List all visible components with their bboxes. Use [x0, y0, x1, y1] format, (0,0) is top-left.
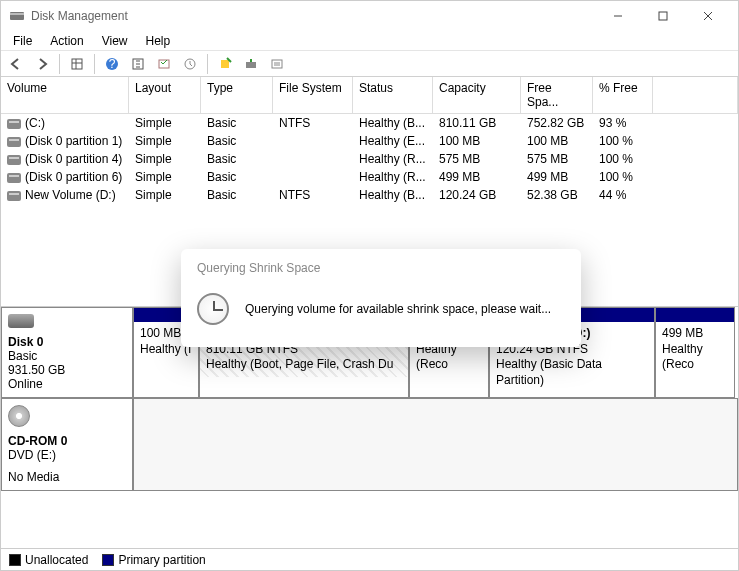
title-bar: Disk Management: [1, 1, 738, 31]
col-pct[interactable]: % Free: [593, 77, 653, 113]
menu-file[interactable]: File: [5, 32, 40, 50]
svg-rect-19: [272, 60, 282, 68]
volume-icon: [7, 119, 21, 129]
shrink-dialog: Querying Shrink Space Querying volume fo…: [181, 249, 581, 347]
col-pad: [653, 77, 738, 113]
disk-label: Disk 0: [8, 335, 126, 349]
disk-state: Online: [8, 377, 126, 391]
menu-action[interactable]: Action: [42, 32, 91, 50]
disk-info-cdrom[interactable]: CD-ROM 0 DVD (E:) No Media: [1, 398, 133, 491]
toolbar-separator: [207, 54, 208, 74]
app-icon: [9, 8, 25, 24]
legend-primary: Primary partition: [102, 553, 205, 567]
svg-rect-3: [659, 12, 667, 20]
svg-rect-18: [246, 62, 256, 68]
col-type[interactable]: Type: [201, 77, 273, 113]
volume-row[interactable]: (Disk 0 partition 1)SimpleBasicHealthy (…: [1, 132, 738, 150]
volume-icon: [7, 191, 21, 201]
create-button[interactable]: [214, 53, 236, 75]
volume-list-header: Volume Layout Type File System Status Ca…: [1, 77, 738, 114]
menu-help[interactable]: Help: [138, 32, 179, 50]
volume-row[interactable]: (Disk 0 partition 4)SimpleBasicHealthy (…: [1, 150, 738, 168]
dialog-title: Querying Shrink Space: [181, 249, 581, 285]
window-title: Disk Management: [31, 9, 595, 23]
toolbar-separator: [59, 54, 60, 74]
svg-rect-15: [159, 60, 169, 68]
legend-unallocated: Unallocated: [9, 553, 88, 567]
volume-row[interactable]: (C:)SimpleBasicNTFSHealthy (B...810.11 G…: [1, 114, 738, 132]
disk-kind: Basic: [8, 349, 126, 363]
volume-row[interactable]: (Disk 0 partition 6)SimpleBasicHealthy (…: [1, 168, 738, 186]
col-volume[interactable]: Volume: [1, 77, 129, 113]
settings-button[interactable]: [127, 53, 149, 75]
close-button[interactable]: [685, 1, 730, 31]
legend: Unallocated Primary partition: [1, 548, 738, 570]
disk-size: 931.50 GB: [8, 363, 126, 377]
cdrom-state: No Media: [8, 470, 126, 484]
cdrom-track[interactable]: [133, 398, 738, 491]
svg-text:?: ?: [109, 57, 116, 71]
partition[interactable]: 499 MBHealthy (Reco: [655, 307, 735, 398]
col-status[interactable]: Status: [353, 77, 433, 113]
menu-view[interactable]: View: [94, 32, 136, 50]
maximize-button[interactable]: [640, 1, 685, 31]
forward-button[interactable]: [31, 53, 53, 75]
toolbar-separator: [94, 54, 95, 74]
menu-bar: File Action View Help: [1, 31, 738, 51]
dialog-message: Querying volume for available shrink spa…: [245, 302, 551, 316]
action-button[interactable]: [179, 53, 201, 75]
col-free[interactable]: Free Spa...: [521, 77, 593, 113]
cdrom-label: CD-ROM 0: [8, 434, 126, 448]
properties-button[interactable]: [266, 53, 288, 75]
attach-button[interactable]: [240, 53, 262, 75]
clock-icon: [197, 293, 229, 325]
back-button[interactable]: [5, 53, 27, 75]
col-capacity[interactable]: Capacity: [433, 77, 521, 113]
volume-row[interactable]: New Volume (D:)SimpleBasicNTFSHealthy (B…: [1, 186, 738, 204]
toolbar: ?: [1, 51, 738, 77]
volume-icon: [7, 173, 21, 183]
svg-rect-17: [221, 60, 229, 68]
cdrom-icon: [8, 405, 30, 427]
minimize-button[interactable]: [595, 1, 640, 31]
disk-row-cdrom: CD-ROM 0 DVD (E:) No Media: [1, 398, 738, 491]
disk-icon: [8, 314, 34, 328]
refresh-button[interactable]: [153, 53, 175, 75]
svg-rect-1: [10, 13, 24, 15]
cdrom-kind: DVD (E:): [8, 448, 126, 462]
svg-rect-6: [72, 59, 82, 69]
volume-icon: [7, 155, 21, 165]
help-button[interactable]: ?: [101, 53, 123, 75]
col-filesystem[interactable]: File System: [273, 77, 353, 113]
view-button[interactable]: [66, 53, 88, 75]
disk-info-0[interactable]: Disk 0 Basic 931.50 GB Online: [1, 307, 133, 398]
col-layout[interactable]: Layout: [129, 77, 201, 113]
volume-icon: [7, 137, 21, 147]
